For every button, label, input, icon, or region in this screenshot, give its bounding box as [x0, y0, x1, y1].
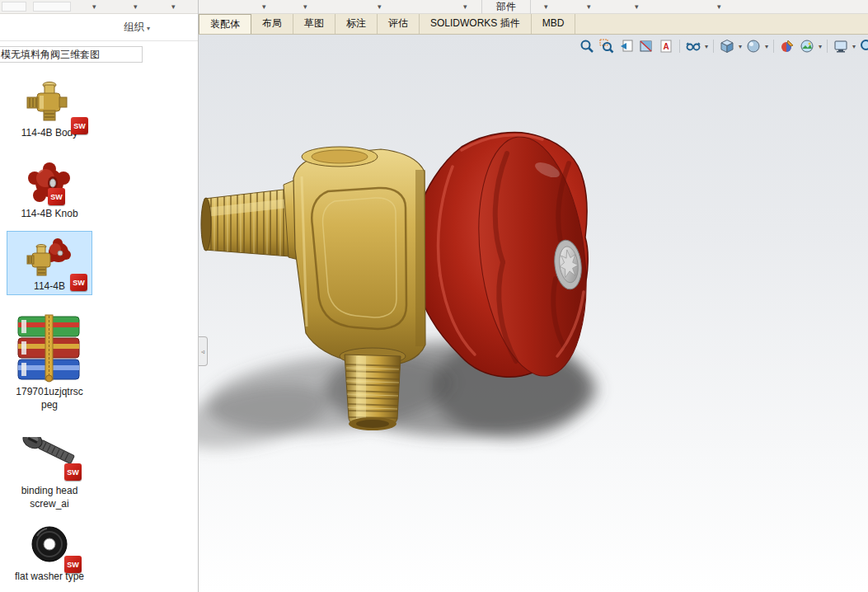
toolbar-separator [827, 40, 828, 53]
magnifier-icon[interactable] [858, 37, 868, 55]
valve-3d-model [199, 35, 868, 592]
zoom-to-fit-icon[interactable] [578, 37, 596, 55]
dropdown-caret-icon[interactable]: ▾ [303, 2, 307, 12]
headsup-view-toolbar: A ▾ ▾ ▾ ▾ [578, 37, 868, 55]
washer-icon [0, 521, 99, 567]
tab-layout[interactable]: 布局 [251, 14, 293, 34]
solidworks-file-badge: SW [64, 463, 82, 481]
dropdown-caret-icon[interactable]: ▾ [717, 2, 721, 12]
file-item[interactable]: SW 114-4B Knob [0, 162, 99, 220]
view-settings-icon[interactable] [832, 37, 850, 55]
explorer-command-bar: 组织▾ [0, 14, 199, 41]
dropdown-caret-icon[interactable]: ▾ [463, 2, 467, 12]
dropdown-caret-icon[interactable]: ▾ [171, 2, 176, 12]
dropdown-caret-icon[interactable]: ▾ [587, 2, 591, 12]
chevron-down-icon[interactable]: ▾ [819, 43, 822, 50]
dropdown-caret-icon[interactable]: ▾ [134, 2, 138, 12]
tab-mbd[interactable]: MBD [532, 14, 576, 34]
mini-toolbar-tab[interactable] [33, 2, 71, 12]
chevron-down-icon[interactable]: ▾ [852, 43, 856, 50]
solidworks-file-badge: SW [48, 188, 65, 205]
dropdown-caret-icon[interactable]: ▾ [544, 2, 548, 12]
tab-sketch[interactable]: 草图 [293, 14, 335, 34]
zoom-to-area-icon[interactable] [598, 37, 616, 55]
address-label: 模无填料角阀三维套图 [0, 46, 143, 63]
chevron-down-icon[interactable]: ▾ [705, 43, 708, 50]
apply-scene-icon[interactable] [798, 37, 816, 55]
valve-assembly-icon [7, 236, 91, 277]
edit-appearance-icon[interactable] [778, 37, 796, 55]
file-name: 114-4B Knob [0, 207, 99, 220]
file-item[interactable]: 179701uzjqtrsc peg [0, 313, 99, 411]
panel-collapse-handle[interactable]: ◃ [199, 336, 208, 366]
file-name-line2: peg [0, 398, 99, 411]
application-window: ▾ ▾ ▾ ▾ ▾ ▾ ▾ 部件 ▾ ▾ ▾ ▾ 组织▾ 模无填料角阀三维套图 [0, 0, 868, 592]
file-name: 179701uzjqtrsc [0, 385, 99, 398]
tab-addins[interactable]: SOLIDWORKS 插件 [420, 14, 532, 34]
tab-assembly[interactable]: 装配体 [199, 14, 251, 34]
solidworks-file-badge: SW [70, 274, 87, 291]
file-name: flat washer type [0, 570, 99, 583]
toolbar-separator [773, 40, 774, 53]
toolbar-separator [679, 40, 680, 53]
svg-text:A: A [663, 42, 669, 51]
dynamic-annotation-views-icon[interactable]: A [657, 37, 675, 55]
file-name-line2: screw_ai [0, 497, 99, 510]
view-orientation-icon[interactable] [718, 37, 736, 55]
chevron-left-icon: ◃ [201, 348, 204, 355]
window-top-strip: ▾ ▾ ▾ ▾ ▾ ▾ ▾ 部件 ▾ ▾ ▾ ▾ [0, 0, 868, 14]
command-manager-tabs: 装配体 布局 草图 标注 评估 SOLIDWORKS 插件 MBD [199, 14, 868, 35]
display-style-icon[interactable] [744, 37, 762, 55]
toolbar-separator [713, 40, 714, 53]
tab-annotation[interactable]: 标注 [335, 14, 378, 34]
organize-button[interactable]: 组织▾ [124, 21, 150, 35]
graphics-viewport[interactable]: A ▾ ▾ ▾ ▾ [199, 35, 868, 592]
chevron-down-icon: ▾ [147, 25, 150, 32]
mini-toolbar-tab[interactable] [2, 2, 26, 12]
previous-view-icon[interactable] [617, 37, 636, 55]
file-name: binding head [0, 484, 99, 497]
chevron-down-icon[interactable]: ▾ [765, 43, 768, 50]
screw-icon [0, 437, 99, 482]
hide-show-items-icon[interactable] [684, 37, 702, 55]
file-item[interactable]: SW binding head screw_ai [0, 437, 99, 510]
file-item[interactable]: SW flat washer type [0, 521, 99, 583]
solidworks-file-badge: SW [71, 117, 88, 134]
dropdown-caret-icon[interactable]: ▾ [262, 2, 266, 12]
solidworks-file-badge: SW [64, 556, 82, 573]
tab-evaluate[interactable]: 评估 [378, 14, 420, 34]
section-view-icon[interactable] [637, 37, 655, 55]
file-item[interactable]: SW 114-4B Body [0, 78, 99, 139]
chevron-down-icon[interactable]: ▾ [739, 43, 742, 50]
dropdown-caret-icon[interactable]: ▾ [378, 2, 382, 12]
rar-archive-icon [0, 313, 99, 383]
component-toolbar-label[interactable]: 部件 [481, 0, 531, 14]
file-item[interactable]: 114-4B SW [0, 231, 99, 295]
dropdown-caret-icon[interactable]: ▾ [635, 2, 639, 12]
dropdown-caret-icon[interactable]: ▾ [92, 2, 96, 12]
